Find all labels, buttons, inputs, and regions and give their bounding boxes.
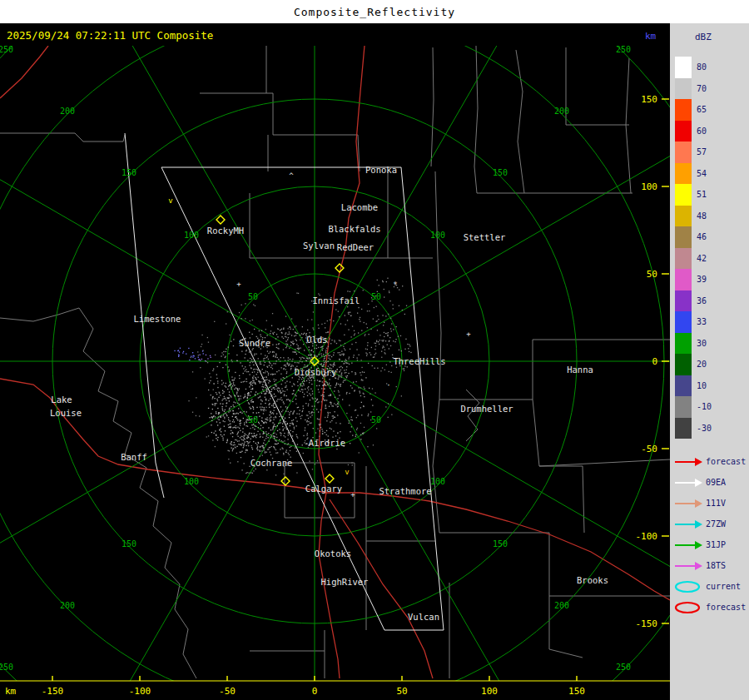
scale-row: -30 (675, 418, 747, 439)
x-tick-label: -150 (42, 686, 64, 697)
scale-value-label: 54 (697, 169, 707, 178)
scale-value-label: 36 (697, 296, 707, 305)
x-tick-label: -50 (219, 686, 236, 697)
city-label: Innisfail (313, 295, 360, 305)
scale-value-label: 70 (697, 84, 707, 93)
scale-value-label: 39 (697, 275, 707, 284)
scale-value-label: 65 (697, 105, 707, 114)
track-legend: forecast09EA111V27ZW31JP18TScurrentforec… (673, 451, 748, 618)
city-label: Didsbury (295, 367, 337, 377)
track-arrow-icon (673, 559, 703, 573)
city-label: Okotoks (315, 549, 351, 559)
scale-swatch (675, 418, 692, 439)
map-clip-group (0, 23, 670, 700)
storm-ellipse-icon (673, 580, 703, 593)
scale-swatch (675, 184, 692, 206)
axes: -150-100-50050100150150100500-50-100-150… (0, 31, 670, 697)
legend-item: forecast (673, 451, 748, 472)
scale-swatch (675, 396, 692, 418)
city-label: Strathmore (379, 486, 431, 496)
ring-distance-label: 100 (430, 477, 445, 486)
city-label: Hanna (567, 365, 593, 375)
radar-site-diamond-icon (325, 474, 334, 483)
city-label: Lake (51, 395, 72, 405)
track-arrow-icon (673, 455, 703, 469)
scale-row: 10 (675, 375, 747, 397)
window-title-bar: Composite_Reflectivity (0, 0, 749, 23)
city-label: Brooks (577, 575, 608, 585)
city-label: HighRiver (321, 577, 369, 587)
scale-value-label: 51 (697, 190, 707, 199)
dbz-scale-title: dBZ (695, 32, 712, 42)
ring-distance-label: 50 (248, 415, 258, 424)
ring-distance-label: 200 (60, 107, 75, 116)
legend-item: forecast (673, 597, 748, 618)
scale-value-label: 33 (697, 317, 707, 326)
city-label: Cochrane (250, 458, 293, 468)
city-label: Ponoka (365, 165, 397, 175)
point-marker: + (236, 280, 241, 288)
scale-swatch (675, 226, 692, 248)
scale-swatch (675, 354, 692, 375)
scale-row: 30 (675, 333, 747, 355)
km-unit-label-top: km (645, 31, 657, 42)
scale-row: 42 (675, 248, 747, 270)
scale-swatch (675, 78, 692, 100)
scale-row: 54 (675, 163, 747, 185)
radar-svg: 5050505010010010010015015015015020020020… (0, 23, 670, 700)
city-label: Vulcan (408, 612, 439, 622)
city-label: ThreeHills (393, 356, 445, 366)
x-tick-label: 0 (312, 686, 318, 697)
city-label: Lacombe (341, 202, 378, 212)
scale-swatch (675, 375, 692, 397)
scale-row: 36 (675, 290, 747, 312)
x-tick-label: 50 (396, 686, 407, 697)
ring-distance-label: 150 (122, 539, 136, 549)
scale-row: 46 (675, 226, 747, 248)
city-label: Blackfalds (328, 224, 380, 234)
timestamp: 2025/09/24 07:22:11 UTC Composite (7, 29, 213, 42)
legend-sidebar: dBZ 80706560575451484642393633302010-10-… (670, 23, 749, 700)
window-title: Composite_Reflectivity (294, 6, 455, 18)
y-tick-label: 100 (641, 181, 657, 192)
radar-site-diamond-icon (216, 216, 225, 224)
y-tick-label: 150 (641, 94, 657, 105)
scale-swatch (675, 248, 692, 270)
legend-item-label: 09EA (706, 478, 726, 487)
city-labels: PonokaLacombeBlackfaldsSylvanRedDeerStet… (50, 165, 608, 622)
y-tick-label: -150 (636, 618, 658, 629)
legend-item-label: 111V (706, 499, 726, 508)
city-label: Olds (306, 335, 327, 345)
scale-row: 51 (675, 184, 747, 206)
track-arrow-icon (673, 476, 703, 489)
point-marker: * (393, 280, 397, 289)
ring-distance-label: 250 (616, 45, 631, 54)
ring-distance-label: 150 (122, 168, 136, 177)
scale-swatch (675, 311, 692, 333)
scale-swatch (675, 206, 692, 227)
radar-site-diamond-icon (281, 477, 290, 485)
city-label: RockyMH (207, 226, 244, 236)
point-marker: + (350, 490, 355, 499)
y-tick-label: 50 (647, 269, 657, 280)
y-tick-label: 0 (652, 356, 657, 367)
point-marker: · (386, 381, 390, 390)
legend-item: 31JP (673, 534, 748, 555)
scale-row: 20 (675, 354, 747, 375)
scale-value-label: 46 (697, 232, 707, 241)
city-label: Calgary (305, 484, 342, 494)
scale-value-label: 30 (697, 339, 707, 348)
scale-swatch (675, 163, 692, 185)
x-tick-label: -100 (129, 686, 151, 697)
legend-item-label: forecast (706, 457, 746, 466)
point-marker: v (345, 468, 349, 476)
ring-distance-label: 200 (554, 601, 569, 610)
city-label: Louise (50, 408, 82, 418)
scale-row: -10 (675, 396, 747, 418)
radar-map-panel: 5050505010010010010015015015015020020020… (0, 23, 670, 700)
point-marker: v (168, 196, 172, 205)
ring-distance-label: 100 (184, 477, 199, 486)
dbz-color-scale: 80706560575451484642393633302010-10-30 (675, 57, 747, 439)
storm-ellipse-icon (673, 601, 703, 614)
ring-distance-label: 200 (554, 107, 569, 116)
